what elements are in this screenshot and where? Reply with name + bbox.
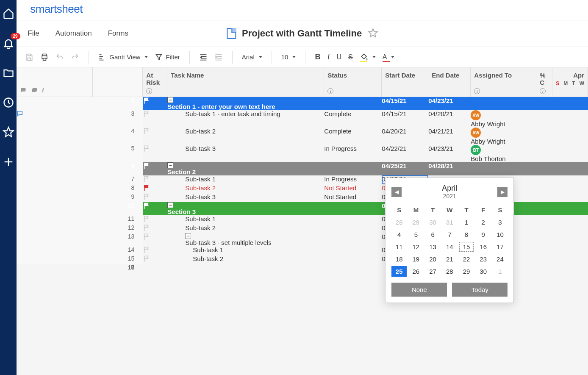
task-name-cell[interactable]: −Section 3 bbox=[167, 202, 324, 215]
col-assigned-to[interactable]: Assigned Toi bbox=[471, 67, 536, 97]
dp-day[interactable]: 18 bbox=[391, 254, 407, 264]
at-risk-flag[interactable] bbox=[143, 224, 167, 233]
pct-cell[interactable] bbox=[536, 246, 552, 255]
pct-cell[interactable] bbox=[536, 215, 552, 224]
redo-button[interactable] bbox=[71, 53, 79, 61]
save-button[interactable] bbox=[25, 53, 33, 61]
assignee-cell[interactable]: BTBob Thorton bbox=[471, 145, 536, 162]
font-selector[interactable]: Arial bbox=[242, 53, 262, 61]
dp-day[interactable]: 7 bbox=[442, 229, 457, 240]
clock-icon[interactable] bbox=[3, 97, 14, 108]
pct-cell[interactable] bbox=[536, 97, 552, 110]
dp-day[interactable]: 19 bbox=[408, 254, 424, 264]
dp-day[interactable]: 21 bbox=[442, 254, 457, 264]
at-risk-flag[interactable] bbox=[143, 184, 167, 193]
underline-button[interactable]: U bbox=[336, 53, 341, 61]
text-color-button[interactable]: A bbox=[383, 53, 395, 61]
dp-day[interactable]: 9 bbox=[476, 229, 491, 240]
dp-day[interactable]: 12 bbox=[408, 242, 424, 252]
status-cell[interactable]: Not Started bbox=[324, 184, 382, 193]
task-name-cell[interactable]: Sub-task 3 bbox=[167, 145, 324, 162]
end-date-cell[interactable]: 04/28/21 bbox=[428, 162, 471, 175]
row-number[interactable]: 9 bbox=[93, 193, 143, 202]
dp-day[interactable]: 31 bbox=[442, 217, 457, 228]
dp-day[interactable]: 20 bbox=[425, 254, 441, 264]
col-start-date[interactable]: Start Date bbox=[382, 67, 428, 97]
task-name-cell[interactable]: Sub-task 2 bbox=[167, 128, 324, 145]
task-name-cell[interactable]: −Section 2 bbox=[167, 162, 324, 175]
task-name-cell[interactable]: Sub-task 2 bbox=[167, 224, 324, 233]
fill-color-button[interactable] bbox=[360, 53, 376, 61]
row-number[interactable]: 3 bbox=[93, 110, 143, 128]
dp-day[interactable]: 1 bbox=[459, 217, 474, 228]
at-risk-flag[interactable] bbox=[143, 193, 167, 202]
task-name-cell[interactable]: Sub-task 1 bbox=[167, 215, 324, 224]
dp-day[interactable]: 3 bbox=[493, 217, 508, 228]
dp-day[interactable]: 24 bbox=[493, 254, 508, 264]
pct-cell[interactable] bbox=[536, 184, 552, 193]
start-date-cell[interactable]: 04/25/21 bbox=[382, 162, 428, 175]
start-date-cell[interactable]: 04/15/21 bbox=[382, 110, 428, 128]
at-risk-flag[interactable] bbox=[143, 202, 167, 215]
task-name-cell[interactable]: −Section 1 - enter your own text here bbox=[167, 97, 324, 110]
strikethrough-button[interactable]: S bbox=[348, 53, 353, 61]
status-cell[interactable] bbox=[324, 224, 382, 233]
row-number[interactable]: 14 bbox=[93, 246, 143, 255]
dp-day[interactable]: 14 bbox=[442, 242, 457, 252]
filter-button[interactable]: Filter bbox=[155, 53, 180, 61]
at-risk-flag[interactable] bbox=[143, 145, 167, 162]
at-risk-flag[interactable] bbox=[143, 97, 167, 110]
dp-day[interactable]: 1 bbox=[493, 266, 508, 277]
dp-day[interactable]: 10 bbox=[493, 229, 508, 240]
status-cell[interactable]: Complete bbox=[324, 128, 382, 145]
at-risk-flag[interactable] bbox=[143, 233, 167, 246]
end-date-cell[interactable]: 04/23/21 bbox=[428, 145, 471, 162]
at-risk-flag[interactable] bbox=[143, 128, 167, 145]
row-number[interactable]: 4 bbox=[93, 128, 143, 145]
row-number[interactable]: 6 bbox=[93, 162, 143, 175]
dp-day[interactable]: 23 bbox=[476, 254, 491, 264]
assignee-cell[interactable] bbox=[471, 162, 536, 175]
font-size-selector[interactable]: 10 bbox=[281, 53, 296, 61]
print-button[interactable] bbox=[40, 53, 49, 61]
at-risk-flag[interactable] bbox=[143, 215, 167, 224]
row-number[interactable]: 2 bbox=[93, 97, 143, 110]
row-number[interactable]: 10 bbox=[93, 202, 143, 215]
status-cell[interactable] bbox=[324, 202, 382, 215]
col-pct-complete[interactable]: % Ci bbox=[536, 67, 552, 97]
row-number[interactable]: 13 bbox=[93, 233, 143, 246]
dp-day[interactable]: 28 bbox=[391, 217, 407, 228]
menu-file[interactable]: File bbox=[28, 29, 39, 38]
assignee-cell[interactable] bbox=[471, 97, 536, 110]
at-risk-flag[interactable] bbox=[143, 175, 167, 184]
task-name-cell[interactable]: Sub-task 1 bbox=[167, 175, 324, 184]
col-status[interactable]: Statusi bbox=[324, 67, 382, 97]
datepicker-next-month[interactable]: ▶ bbox=[497, 187, 508, 197]
favorite-star-icon[interactable] bbox=[368, 28, 378, 39]
task-name-cell[interactable]: Sub-task 1 bbox=[167, 246, 324, 255]
pct-cell[interactable] bbox=[536, 110, 552, 128]
menu-forms[interactable]: Forms bbox=[108, 29, 128, 38]
dp-day[interactable]: 5 bbox=[408, 229, 424, 240]
dp-day[interactable]: 11 bbox=[391, 242, 407, 252]
pct-cell[interactable] bbox=[536, 224, 552, 233]
dp-day[interactable]: 27 bbox=[425, 266, 441, 277]
dp-day[interactable]: 29 bbox=[459, 266, 474, 277]
assignee-cell[interactable]: AWAbby Wright bbox=[471, 128, 536, 145]
status-cell[interactable] bbox=[324, 246, 382, 255]
bold-button[interactable]: B bbox=[315, 53, 320, 61]
dp-day[interactable]: 30 bbox=[476, 266, 491, 277]
task-name-cell[interactable]: Sub-task 2 bbox=[167, 255, 324, 264]
task-name-cell[interactable]: Sub-task 2 bbox=[167, 184, 324, 193]
start-date-cell[interactable]: 04/20/21 bbox=[382, 128, 428, 145]
end-date-cell[interactable]: 04/23/21 bbox=[428, 97, 471, 110]
end-date-cell[interactable]: 04/21/21 bbox=[428, 128, 471, 145]
dp-day[interactable]: 26 bbox=[408, 266, 424, 277]
datepicker-today-button[interactable]: Today bbox=[452, 283, 508, 297]
dp-day[interactable]: 13 bbox=[425, 242, 441, 252]
menu-automation[interactable]: Automation bbox=[55, 29, 92, 38]
status-cell[interactable]: Complete bbox=[324, 110, 382, 128]
dp-day[interactable]: 22 bbox=[459, 254, 474, 264]
dp-day[interactable]: 30 bbox=[425, 217, 441, 228]
undo-button[interactable] bbox=[55, 53, 64, 61]
